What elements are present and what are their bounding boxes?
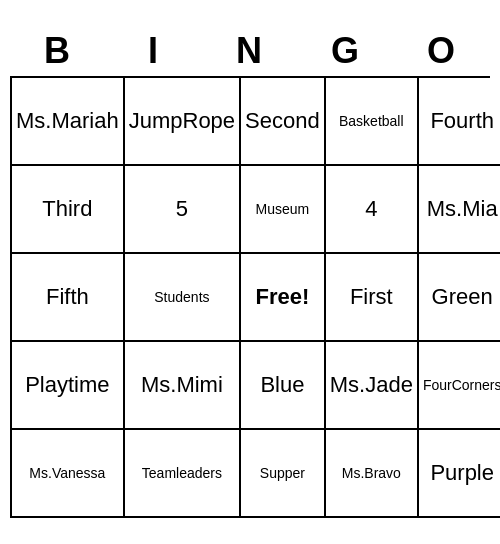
bingo-grid: Ms.MariahJumpRopeSecondBasketballFourthT… [10, 76, 490, 518]
cell-r0-c4: Fourth [419, 78, 500, 166]
cell-r3-c4: FourCorners [419, 342, 500, 430]
cell-r0-c2: Second [241, 78, 326, 166]
bingo-card: BINGO Ms.MariahJumpRopeSecondBasketballF… [10, 26, 490, 518]
cell-r1-c4: Ms.Mia [419, 166, 500, 254]
cell-r3-c3: Ms.Jade [326, 342, 419, 430]
cell-r2-c3: First [326, 254, 419, 342]
cell-r4-c0: Ms.Vanessa [12, 430, 125, 518]
cell-r4-c1: Teamleaders [125, 430, 241, 518]
cell-r0-c3: Basketball [326, 78, 419, 166]
cell-r4-c4: Purple [419, 430, 500, 518]
cell-r4-c3: Ms.Bravo [326, 430, 419, 518]
cell-r2-c0: Fifth [12, 254, 125, 342]
cell-r1-c0: Third [12, 166, 125, 254]
header-letter: I [106, 26, 202, 76]
cell-r1-c2: Museum [241, 166, 326, 254]
cell-r3-c1: Ms.Mimi [125, 342, 241, 430]
cell-r2-c1: Students [125, 254, 241, 342]
cell-r2-c4: Green [419, 254, 500, 342]
cell-r3-c2: Blue [241, 342, 326, 430]
cell-r1-c3: 4 [326, 166, 419, 254]
cell-r1-c1: 5 [125, 166, 241, 254]
header-letter: G [298, 26, 394, 76]
cell-r3-c0: Playtime [12, 342, 125, 430]
header-letter: B [10, 26, 106, 76]
bingo-header: BINGO [10, 26, 490, 76]
cell-r0-c1: JumpRope [125, 78, 241, 166]
header-letter: N [202, 26, 298, 76]
cell-r2-c2: Free! [241, 254, 326, 342]
cell-r0-c0: Ms.Mariah [12, 78, 125, 166]
header-letter: O [394, 26, 490, 76]
cell-r4-c2: Supper [241, 430, 326, 518]
